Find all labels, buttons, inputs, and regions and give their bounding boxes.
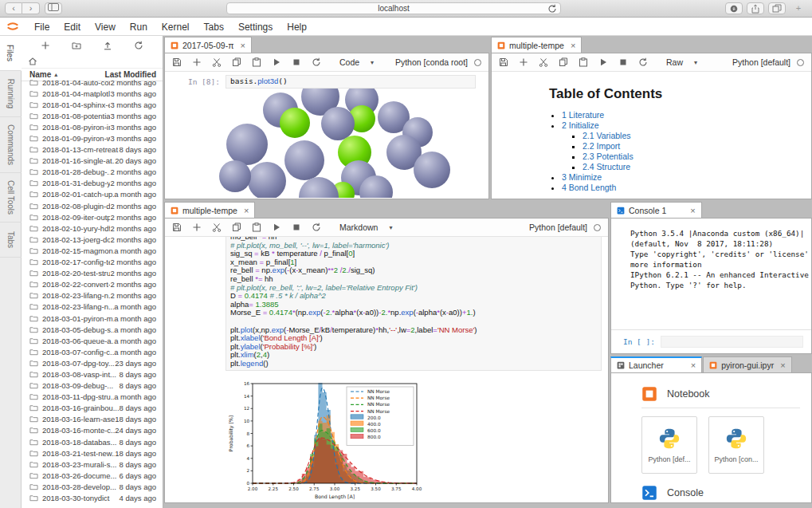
sidebar-tab-running[interactable]: Running [0,71,22,117]
copy-cells-button[interactable] [559,57,568,67]
atom-structure-plot3d-output[interactable] [165,89,488,198]
cell-type-dropdown[interactable]: Markdown▾ [339,222,392,232]
file-row[interactable]: 2018-02-20-test-stru...2 months ago [22,268,163,279]
browser-back-button[interactable]: ‹ [5,2,22,14]
save-button[interactable] [499,57,508,67]
refresh-button[interactable] [134,41,143,50]
file-row[interactable]: 2018-03-08-vasp-int...8 days ago [22,368,163,380]
menu-view[interactable]: View [88,22,123,33]
tab-console-1[interactable]: Console 1 × [610,202,702,218]
browser-downloads-button[interactable] [725,2,743,14]
file-row[interactable]: 2018-03-18-databas...8 days ago [22,436,163,447]
console-input[interactable] [661,336,803,348]
file-row[interactable]: 2018-02-22-convert-...2 months ago [22,279,163,290]
file-row[interactable]: 2018-03-09-debug-...8 days ago [22,380,163,392]
close-icon[interactable]: × [244,206,249,215]
browser-forward-button[interactable]: › [22,2,40,14]
file-row[interactable]: 2018-01-04-matplotli...3 months ago [22,88,163,99]
file-row[interactable]: 2018-02-13-joerg-do...2 months ago [22,234,163,245]
file-row[interactable]: 2018-01-28-debug-...2 months ago [22,167,163,178]
file-row[interactable]: 2018-03-28-develop...8 days ago [22,481,163,492]
home-icon[interactable] [28,57,37,66]
file-row[interactable]: 2018-03-21-test-new...18 days ago [22,447,163,459]
file-row[interactable]: 2018-03-11-dpg-stru...a month ago [22,392,163,403]
toc-link[interactable]: 2.3 Potentials [583,152,634,161]
file-row[interactable]: 2018-01-13-cm-retreat8 days ago [22,144,163,156]
file-row[interactable]: 2018-03-07-config-c...a month ago [22,346,163,357]
file-row[interactable]: 2018-03-06-queue-a...a month ago [22,335,163,346]
file-row[interactable]: 2018-03-16-learn-ase18 days ago [22,414,163,425]
cut-cells-button[interactable] [539,57,548,67]
menu-edit[interactable]: Edit [57,22,88,33]
run-button[interactable] [272,222,281,232]
browser-tab-overview-button[interactable] [768,2,786,14]
new-folder-button[interactable] [72,41,81,50]
toc-link[interactable]: 2.4 Structure [583,162,630,171]
menu-settings[interactable]: Settings [231,22,280,33]
browser-address-bar[interactable]: localhost [226,2,561,14]
paste-cells-button[interactable] [252,222,261,232]
cut-cells-button[interactable] [212,222,222,232]
run-button[interactable] [598,57,608,67]
file-row[interactable]: 2018-02-23-lifang-n...a month ago [22,301,163,313]
toc-link[interactable]: 2.2 Import [583,141,620,151]
file-row[interactable]: 2018-03-16-grainbou...8 days ago [22,403,163,414]
launcher-card-python-def-[interactable]: Python [def... [641,416,697,474]
cell-type-dropdown[interactable]: Code▾ [339,57,374,67]
file-row[interactable]: 2018-01-31-debug-y...2 months ago [22,178,163,189]
toc-link[interactable]: 2 Initialize [562,120,599,130]
restart-kernel-button[interactable] [312,222,321,232]
menu-run[interactable]: Run [123,22,155,33]
kernel-name[interactable]: Python [conda root] [395,57,481,67]
upload-button[interactable] [103,41,112,50]
sidebar-tab-tabs[interactable]: Tabs [0,222,22,258]
file-row[interactable]: 2018-03-30-tonydict4 days ago [22,492,163,503]
code-cell[interactable]: In [8]: basis.plot3d() [165,72,488,89]
close-icon[interactable]: × [691,360,696,370]
tab-pyiron-gui[interactable]: pyiron-gui.ipyr × [703,356,791,372]
restart-kernel-button[interactable] [312,57,321,67]
close-icon[interactable]: × [690,206,695,215]
file-row[interactable]: 2018-02-09-iter-outp...2 months ago [22,211,163,222]
tab-launcher[interactable]: Launcher × [610,356,702,372]
file-row[interactable]: 2018-02-08-plugin-d...2 months ago [22,200,163,211]
file-row[interactable]: 2018-03-26-docume...6 days ago [22,470,163,481]
file-row[interactable]: 2018-03-05-debug-s...a month ago [22,324,163,335]
add-cell-button[interactable] [192,57,202,67]
file-row[interactable]: 2018-03-01-pyiron-m...a month ago [22,313,163,324]
tab-2017-05-09[interactable]: 2017-05-09-π × [164,37,252,53]
file-row[interactable]: 2018-02-23-lifang-n...2 months ago [22,290,163,301]
menu-help[interactable]: Help [280,22,314,33]
add-cell-button[interactable] [192,222,202,232]
menu-kernel[interactable]: Kernel [155,22,197,33]
cell-input[interactable]: basis.plot3d() [226,75,476,89]
menu-file[interactable]: File [27,22,57,33]
copy-cells-button[interactable] [232,57,241,67]
reload-icon[interactable] [547,4,557,15]
sidebar-tab-cell-tools[interactable]: Cell Tools [0,173,22,222]
menu-tabs[interactable]: Tabs [197,22,231,33]
file-row[interactable]: 2018-01-16-single-at...20 days ago [22,156,163,167]
file-row[interactable]: 2018-03-16-monte-c...24 days ago [22,425,163,436]
file-row[interactable]: 2018-02-01-catch-up...a month ago [22,189,163,200]
toc-link[interactable]: 3 Minimize [562,172,602,182]
tab-multiple-tempe-toc[interactable]: multiple-tempe × [491,37,582,53]
file-row[interactable]: 2018-03-07-dpg-toy...23 days ago [22,357,163,368]
toc-link[interactable]: 4 Bond Length [562,183,616,192]
file-row[interactable]: 2018-03-23-murali-s...8 days ago [22,459,163,470]
stop-button[interactable] [292,222,301,232]
file-row[interactable]: 2018-01-08-potential...3 months ago [22,110,163,121]
tab-multiple-tempe[interactable]: multiple-tempe × [164,202,255,218]
browser-share-button[interactable] [747,2,764,14]
cut-cells-button[interactable] [212,57,222,67]
copy-cells-button[interactable] [232,222,241,232]
save-button[interactable] [172,57,182,67]
code-cell[interactable]: mo_bell *= hh# plt.plot(x, mo_bell, '--'… [165,237,608,371]
browser-sidebar-toggle-button[interactable] [45,2,62,14]
close-icon[interactable]: × [240,41,245,50]
new-launcher-button[interactable] [41,41,50,50]
close-icon[interactable]: × [571,41,575,50]
save-button[interactable] [172,222,182,232]
file-row[interactable]: 2018-01-08-pyiron-in...3 months ago [22,121,163,132]
file-row[interactable]: 2018-02-17-config-te...2 months ago [22,257,163,268]
